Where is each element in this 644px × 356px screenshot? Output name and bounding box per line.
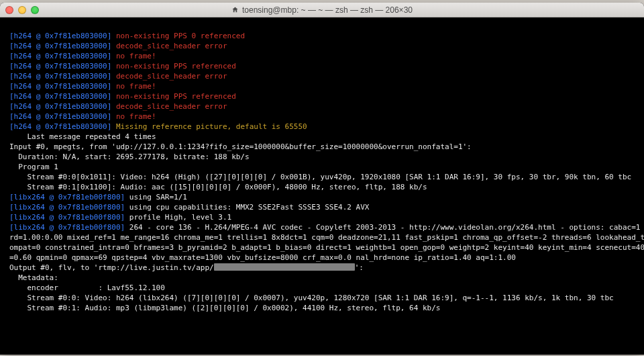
- log-prefix: [h264 @ 0x7f81eb803000]: [9, 112, 111, 121]
- log-line: Output #0, flv, to 'rtmp://live.justin.t…: [9, 263, 214, 272]
- log-error: decode_slice_header error: [116, 72, 227, 81]
- redacted-block: [214, 263, 355, 271]
- log-error: decode_slice_header error: [116, 102, 227, 111]
- log-prefix: [h264 @ 0x7f81eb803000]: [9, 52, 111, 60]
- log-line: ompat=0 constrained_intra=0 bframes=3 b_…: [9, 243, 644, 252]
- log-line: Duration: N/A, start: 2695.277178, bitra…: [9, 152, 250, 161]
- log-prefix: [h264 @ 0x7f81eb803000]: [9, 62, 111, 71]
- log-line: Program 1: [9, 163, 58, 171]
- log-info: 264 - core 136 - H.264/MPEG-4 AVC codec …: [129, 223, 644, 232]
- log-error: non-existing PPS 0 referenced: [116, 32, 245, 40]
- log-prefix: [h264 @ 0x7f81eb803000]: [9, 82, 111, 91]
- log-error: no frame!: [116, 82, 156, 91]
- log-prefix: [libx264 @ 0x7f81eb00f800]: [9, 203, 125, 212]
- log-prefix: [h264 @ 0x7f81eb803000]: [9, 122, 111, 131]
- log-line: Stream #0:0[0x1011]: Video: h264 (High) …: [9, 173, 631, 181]
- log-info: using cpu capabilities: MMX2 SSE2Fast SS…: [129, 203, 370, 212]
- log-prefix: [h264 @ 0x7f81eb803000]: [9, 102, 111, 111]
- log-info: using SAR=1/1: [129, 193, 187, 202]
- traffic-lights: [0, 6, 39, 14]
- log-prefix: [h264 @ 0x7f81eb803000]: [9, 92, 111, 101]
- log-line: Stream #0:0: Video: h264 (libx264) ([7][…: [9, 294, 614, 302]
- home-icon: [231, 6, 239, 13]
- log-line: encoder : Lavf55.12.100: [9, 283, 165, 292]
- log-prefix: [libx264 @ 0x7f81eb00f800]: [9, 193, 125, 202]
- log-error: non-existing PPS referenced: [116, 92, 236, 101]
- log-error: decode_slice_header error: [116, 42, 227, 50]
- log-error: non-existing PPS referenced: [116, 62, 236, 71]
- window-title: toensing@mbp: ~ — ~ — zsh — zsh — 206×30: [0, 5, 644, 15]
- log-line: =0.60 qpmin=0 qpmax=69 qpstep=4 vbv_maxr…: [9, 253, 516, 262]
- log-line: ':: [355, 263, 364, 272]
- terminal-body[interactable]: [h264 @ 0x7f81eb803000] non-existing PPS…: [0, 17, 644, 323]
- log-prefix: [libx264 @ 0x7f81eb00f800]: [9, 223, 125, 232]
- log-error: no frame!: [116, 112, 156, 121]
- log-prefix: [h264 @ 0x7f81eb803000]: [9, 42, 111, 50]
- minimize-icon[interactable]: [18, 6, 26, 14]
- log-line: Last message repeated 4 times: [9, 132, 156, 141]
- log-line: Input #0, mpegts, from 'udp://127.0.0.1:…: [9, 142, 472, 151]
- log-info: profile High, level 3.1: [129, 213, 231, 222]
- log-prefix: [h264 @ 0x7f81eb803000]: [9, 32, 111, 40]
- log-prefix: [libx264 @ 0x7f81eb00f800]: [9, 213, 125, 222]
- log-line: Metadata:: [9, 273, 58, 282]
- terminal-window: toensing@mbp: ~ — ~ — zsh — zsh — 206×30…: [0, 3, 644, 355]
- window-title-text: toensing@mbp: ~ — ~ — zsh — zsh — 206×30: [242, 5, 413, 15]
- log-warning: Missing reference picture, default is 65…: [116, 122, 307, 131]
- log-line: Stream #0:1: Audio: mp3 (libmp3lame) ([2…: [9, 304, 440, 312]
- log-prefix: [h264 @ 0x7f81eb803000]: [9, 72, 111, 81]
- log-line: Stream #0:1[0x1100]: Audio: aac ([15][0]…: [9, 183, 427, 191]
- log-error: no frame!: [116, 52, 156, 60]
- log-line: rd=1.00:0.00 mixed_ref=1 me_range=16 chr…: [9, 233, 644, 242]
- close-icon[interactable]: [5, 6, 13, 14]
- zoom-icon[interactable]: [31, 6, 39, 14]
- titlebar[interactable]: toensing@mbp: ~ — ~ — zsh — zsh — 206×30: [0, 3, 644, 17]
